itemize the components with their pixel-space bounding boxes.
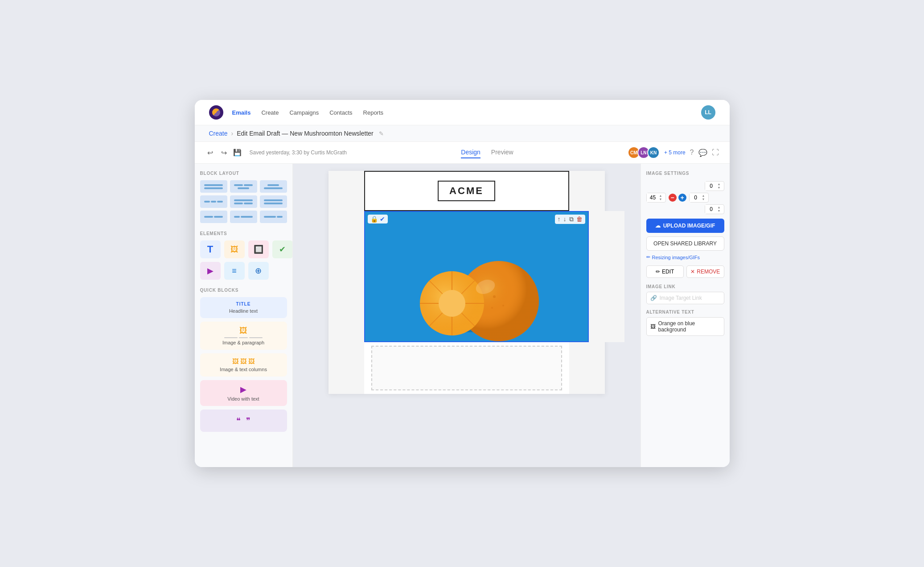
num-input-bottom-field[interactable]: 0	[705, 205, 718, 214]
plus-button[interactable]: +	[678, 194, 686, 202]
chat-icon[interactable]: 💬	[698, 149, 707, 157]
canvas-area: ACME 🔒 ✔	[293, 164, 641, 467]
email-empty-block[interactable]	[371, 346, 562, 390]
element-check[interactable]: ✔	[272, 240, 293, 258]
top-nav: Emails Create Campaigns Contacts Reports…	[195, 100, 730, 125]
block-thumb-1[interactable]	[200, 180, 227, 193]
email-main-col: ACME	[364, 171, 569, 211]
block-thumb-4[interactable]	[200, 195, 227, 208]
spin-up-3[interactable]: ▲	[702, 194, 705, 198]
elements-title: ELEMENTS	[200, 231, 287, 236]
tab-preview[interactable]: Preview	[491, 147, 513, 158]
nav-reports[interactable]: Reports	[363, 109, 384, 116]
num-input-right-field[interactable]: 0	[690, 193, 702, 202]
nav-create[interactable]: Create	[261, 109, 279, 116]
num-input-left-field[interactable]: 45	[647, 193, 659, 202]
block-thumb-5[interactable]	[230, 195, 257, 208]
lock-icon[interactable]: 🔒	[370, 215, 378, 223]
block-layout-title: BLOCK LAYOUT	[200, 171, 287, 176]
svg-point-13	[439, 290, 465, 317]
email-image-left-col	[329, 211, 364, 342]
block-thumb-8[interactable]	[230, 211, 257, 223]
email-image-right-col	[589, 211, 624, 342]
num-input-top-right[interactable]: 0 ▲ ▼	[705, 181, 724, 191]
redo-button[interactable]: ↪	[219, 147, 229, 159]
remove-button[interactable]: ✕ REMOVE	[686, 265, 724, 278]
quick-block-video-text[interactable]: ▶ Video with text	[200, 380, 287, 406]
nav-contacts[interactable]: Contacts	[329, 109, 352, 116]
move-down-icon[interactable]: ↓	[563, 215, 567, 223]
remove-x-icon: ✕	[690, 269, 695, 275]
block-thumb-9[interactable]	[260, 211, 287, 223]
num-input-right[interactable]: 0 ▲ ▼	[689, 193, 709, 203]
email-header-row: ACME	[329, 171, 605, 211]
resizing-link[interactable]: ✏ Resizing images/GIFs	[646, 254, 724, 260]
tab-design[interactable]: Design	[461, 147, 480, 158]
block-thumb-3[interactable]	[260, 180, 287, 193]
block-layout-grid	[200, 180, 287, 223]
block-thumb-6[interactable]	[260, 195, 287, 208]
spin-down-4[interactable]: ▼	[718, 209, 721, 213]
edit-btn-label: EDIT	[662, 269, 674, 275]
quick-block-image-para-label: Image & paragraph	[222, 340, 264, 345]
move-up-icon[interactable]: ↑	[558, 215, 561, 223]
toolbar-right: CM LN KN + 5 more ? 💬 ⛶	[628, 146, 719, 159]
spin-down-1[interactable]: ▼	[718, 186, 721, 190]
more-avatars[interactable]: + 5 more	[664, 149, 686, 156]
element-divider[interactable]: ≡	[224, 262, 245, 280]
email-image-block[interactable]: 🔒 ✔ ↑ ↓ ⧉ 🗑	[364, 211, 589, 342]
email-left-col	[329, 171, 364, 211]
spin-up-2[interactable]: ▲	[659, 194, 662, 198]
nav-campaigns[interactable]: Campaigns	[289, 109, 319, 116]
upload-image-button[interactable]: ☁ UPLOAD IMAGE/GIF	[646, 219, 724, 233]
image-link-label: IMAGE LINK	[646, 284, 724, 289]
block-thumb-7[interactable]	[200, 211, 227, 223]
block-thumb-2[interactable]	[230, 180, 257, 193]
email-header-block: ACME	[364, 171, 569, 211]
nav-links: Emails Create Campaigns Contacts Reports	[232, 109, 701, 116]
element-button[interactable]: 🔲	[248, 240, 269, 258]
help-icon[interactable]: ?	[690, 149, 694, 157]
quick-block-image-text[interactable]: 🖼 🖼 🖼 Image & text columns	[200, 353, 287, 377]
app-logo	[209, 105, 223, 120]
quick-block-title[interactable]: TITLE Headline text	[200, 297, 287, 318]
email-empty-left-col	[329, 342, 364, 394]
element-image[interactable]: 🖼	[224, 240, 245, 258]
edit-title-icon[interactable]: ✎	[379, 130, 384, 137]
num-input-top-right-field[interactable]: 0	[705, 182, 718, 190]
quick-block-image-text-label: Image & text columns	[220, 367, 267, 372]
element-text[interactable]: T	[200, 240, 221, 258]
duplicate-icon[interactable]: ⧉	[569, 215, 574, 223]
spin-up-1[interactable]: ▲	[718, 182, 721, 186]
alt-text-field[interactable]: 🖼 Orange on blue background	[646, 317, 724, 336]
spin-up-4[interactable]: ▲	[718, 206, 721, 209]
num-input-bottom[interactable]: 0 ▲ ▼	[705, 204, 724, 214]
upload-cloud-icon: ☁	[655, 223, 661, 229]
breadcrumb-root[interactable]: Create	[209, 130, 228, 137]
num-input-left[interactable]: 45 ▲ ▼	[646, 193, 666, 203]
delete-icon[interactable]: 🗑	[576, 215, 583, 223]
email-empty-main-col	[364, 342, 569, 394]
nav-emails[interactable]: Emails	[232, 109, 251, 116]
element-video[interactable]: ▶	[200, 262, 221, 280]
quick-block-image-para[interactable]: 🖼 Image & paragraph	[200, 322, 287, 350]
image-link-field[interactable]: 🔗 Image Target Link	[646, 292, 724, 304]
app-container: Emails Create Campaigns Contacts Reports…	[195, 100, 730, 467]
avatar-kn: KN	[647, 146, 660, 159]
toolbar-tabs: Design Preview	[354, 147, 620, 158]
open-library-button[interactable]: OPEN SHARED LIBRARY	[646, 236, 724, 251]
edit-button[interactable]: ✏ EDIT	[646, 265, 684, 278]
edit-remove-row: ✏ EDIT ✕ REMOVE	[646, 265, 724, 278]
minus-button[interactable]: −	[669, 194, 677, 202]
breadcrumb-current: Edit Email Draft — New Mushroomton Newsl…	[237, 130, 374, 137]
spin-down-2[interactable]: ▼	[659, 198, 662, 201]
quick-block-quote[interactable]: ❝ ❞	[200, 410, 287, 432]
element-social[interactable]: ⊕	[248, 262, 269, 280]
main-layout: BLOCK LAYOUT	[195, 164, 730, 467]
user-avatar[interactable]: LL	[701, 105, 715, 120]
fullscreen-icon[interactable]: ⛶	[712, 149, 719, 157]
spin-down-3[interactable]: ▼	[702, 198, 705, 201]
check-icon[interactable]: ✔	[380, 215, 385, 223]
undo-button[interactable]: ↩	[205, 147, 215, 159]
breadcrumb-separator: ›	[231, 130, 234, 137]
